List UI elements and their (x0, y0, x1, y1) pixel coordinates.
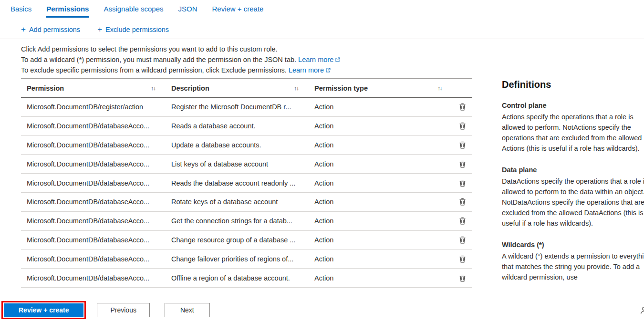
info-line-2: To add a wildcard (*) permission, you mu… (21, 54, 644, 65)
permission-type-cell: Action (309, 255, 452, 263)
permission-cell: Microsoft.DocumentDB/databaseAcco... (21, 179, 166, 187)
trash-icon (459, 255, 466, 263)
info-text: Click Add permissions to select the perm… (0, 39, 644, 75)
tab-permissions[interactable]: Permissions (46, 5, 89, 18)
tab-label: Assignable scopes (104, 5, 163, 13)
table-row: Microsoft.DocumentDB/databaseAcco... Cha… (21, 249, 472, 269)
table-row: Microsoft.DocumentDB/register/action Reg… (21, 98, 472, 117)
permission-type-cell: Action (309, 122, 452, 130)
table-row: Microsoft.DocumentDB/databaseAcco... Lis… (21, 155, 472, 174)
description-cell: Reads the database account readonly ... (166, 179, 309, 187)
delete-permission-button[interactable] (457, 121, 467, 131)
delete-permission-button[interactable] (457, 197, 467, 207)
description-cell: Offline a region of a database account. (166, 274, 309, 282)
wizard-tabs: BasicsPermissionsAssignable scopesJSONRe… (0, 0, 644, 18)
row-actions-cell (452, 102, 472, 112)
command-bar: + Add permissions + Exclude permissions (0, 18, 644, 34)
exclude-permissions-label: Exclude permissions (105, 26, 169, 33)
permission-type-cell: Action (309, 198, 452, 206)
permission-cell: Microsoft.DocumentDB/databaseAcco... (21, 236, 166, 244)
delete-permission-button[interactable] (457, 140, 467, 150)
wizard-footer: Review + create Previous Next (0, 301, 210, 319)
permission-cell: Microsoft.DocumentDB/register/action (21, 103, 166, 111)
definitions-panel: Definitions Control plane Actions specif… (502, 79, 644, 295)
delete-permission-button[interactable] (457, 235, 467, 245)
column-header-description: Description ↑↓ (166, 84, 309, 92)
row-actions-cell (452, 254, 472, 264)
tab-label: Permissions (46, 5, 89, 13)
trash-icon (459, 198, 466, 206)
trash-icon (459, 122, 466, 130)
external-link-icon (325, 68, 331, 73)
table-row: Microsoft.DocumentDB/databaseAcco... Upd… (21, 136, 472, 155)
permission-type-cell: Action (309, 141, 452, 149)
definition-wildcards: Wildcards (*) A wildcard (*) extends a p… (502, 241, 644, 282)
tab-basics[interactable]: Basics (10, 5, 31, 18)
trash-icon (459, 217, 466, 225)
add-permissions-label: Add permissions (29, 26, 80, 33)
row-actions-cell (452, 121, 472, 131)
permission-type-cell: Action (309, 236, 452, 244)
table-row: Microsoft.DocumentDB/databaseAcco... Get… (21, 212, 472, 231)
delete-permission-button[interactable] (457, 178, 467, 188)
main-content: Permission ↑↓ Description ↑↓ Permission … (0, 78, 644, 288)
definition-heading: Control plane (502, 102, 644, 109)
sort-icon[interactable]: ↑↓ (294, 84, 298, 92)
info-line-1: Click Add permissions to select the perm… (21, 44, 644, 54)
trash-icon (459, 236, 466, 244)
row-actions-cell (452, 197, 472, 207)
feedback-icon[interactable] (639, 306, 644, 315)
info-line-2-text: To add a wildcard (*) permission, you mu… (21, 56, 296, 63)
tab-assignable-scopes[interactable]: Assignable scopes (104, 5, 163, 18)
trash-icon (459, 103, 466, 111)
annotation-highlight: Review + create (1, 301, 86, 319)
learn-more-link[interactable]: Learn more (289, 66, 331, 74)
permissions-table: Permission ↑↓ Description ↑↓ Permission … (21, 78, 472, 288)
permission-cell: Microsoft.DocumentDB/databaseAcco... (21, 274, 166, 282)
sort-icon[interactable]: ↑↓ (151, 84, 155, 92)
permission-cell: Microsoft.DocumentDB/databaseAcco... (21, 217, 166, 225)
add-permissions-button[interactable]: + Add permissions (21, 25, 80, 34)
delete-permission-button[interactable] (457, 254, 467, 264)
tab-review-create[interactable]: Review + create (212, 5, 264, 18)
info-line-3-text: To exclude specific permissions from a w… (21, 66, 287, 74)
trash-icon (459, 141, 466, 149)
exclude-permissions-button[interactable]: + Exclude permissions (97, 25, 169, 34)
tab-json[interactable]: JSON (178, 5, 197, 18)
row-actions-cell (452, 178, 472, 188)
delete-permission-button[interactable] (457, 159, 467, 169)
learn-more-link[interactable]: Learn more (298, 56, 340, 63)
description-cell: Register the Microsoft DocumentDB r... (166, 103, 309, 111)
column-header-permission-type: Permission type ↑↓ (309, 84, 452, 92)
definition-body: A wildcard (*) extends a permission to e… (502, 251, 644, 282)
trash-icon (459, 274, 466, 282)
previous-button[interactable]: Previous (97, 303, 149, 317)
delete-permission-button[interactable] (457, 273, 467, 283)
tab-label: Basics (10, 5, 31, 13)
table-header: Permission ↑↓ Description ↑↓ Permission … (21, 79, 472, 98)
review-create-button[interactable]: Review + create (4, 303, 83, 317)
column-header-permission: Permission ↑↓ (21, 84, 166, 92)
row-actions-cell (452, 216, 472, 226)
sort-icon[interactable]: ↑↓ (437, 84, 442, 92)
definition-control-plane: Control plane Actions specify the operat… (502, 102, 644, 154)
description-cell: Rotate keys of a database account (166, 198, 309, 206)
permission-type-cell: Action (309, 274, 452, 282)
table-body: Microsoft.DocumentDB/register/action Reg… (21, 98, 472, 288)
plus-icon: + (21, 25, 26, 34)
delete-permission-button[interactable] (457, 102, 467, 112)
row-actions-cell (452, 159, 472, 169)
trash-icon (459, 160, 466, 168)
table-row: Microsoft.DocumentDB/databaseAcco... Rot… (21, 193, 472, 212)
permission-cell: Microsoft.DocumentDB/databaseAcco... (21, 122, 166, 130)
definition-heading: Wildcards (*) (502, 241, 644, 249)
plus-icon: + (97, 25, 102, 34)
tab-label: JSON (178, 5, 197, 13)
permission-cell: Microsoft.DocumentDB/databaseAcco... (21, 160, 166, 168)
delete-permission-button[interactable] (457, 216, 467, 226)
info-line-3: To exclude specific permissions from a w… (21, 65, 644, 75)
definition-heading: Data plane (502, 166, 644, 174)
table-row: Microsoft.DocumentDB/databaseAcco... Cha… (21, 231, 472, 250)
next-button[interactable]: Next (165, 303, 210, 317)
external-link-icon (335, 57, 340, 62)
